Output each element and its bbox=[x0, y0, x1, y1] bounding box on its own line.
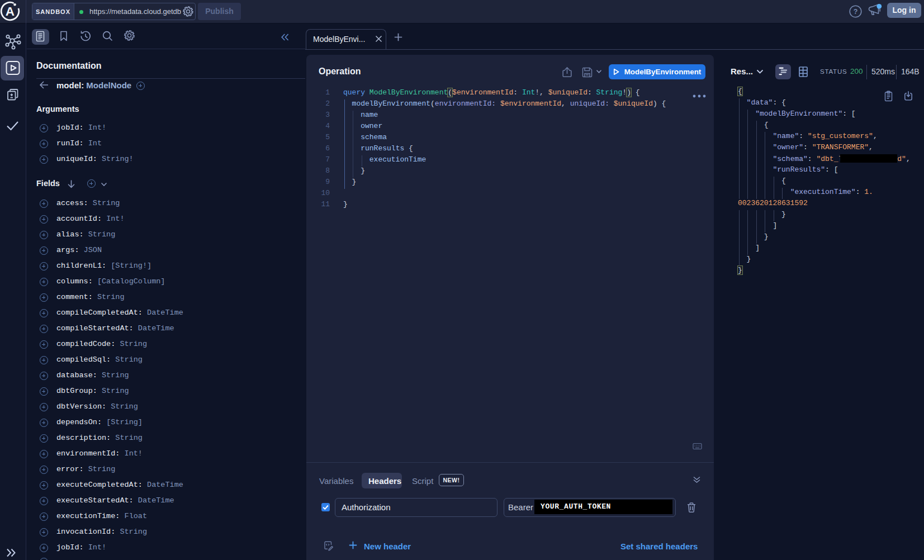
svg-text:A: A bbox=[6, 4, 15, 18]
svg-text:?: ? bbox=[854, 8, 858, 16]
